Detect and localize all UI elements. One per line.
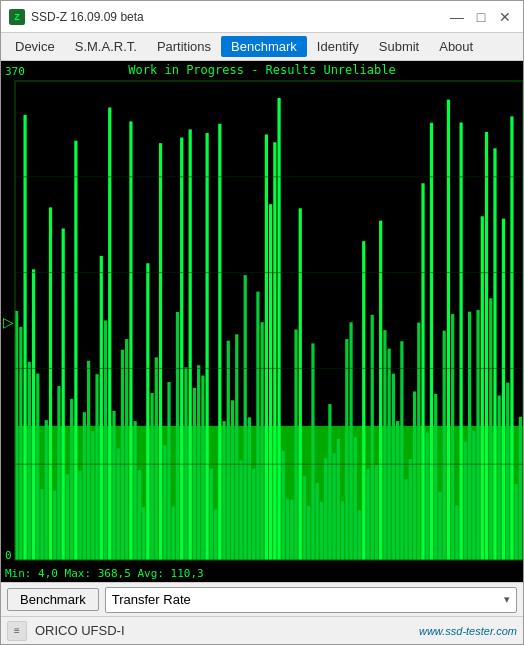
menu-bar: Device S.M.A.R.T. Partitions Benchmark I… <box>1 33 523 61</box>
menu-benchmark[interactable]: Benchmark <box>221 36 307 57</box>
chart-watermark: Work in Progress - Results Unreliable <box>1 63 523 77</box>
app-icon: Z <box>9 9 25 25</box>
dropdown-value: Transfer Rate <box>112 592 191 607</box>
minimize-button[interactable]: — <box>447 7 467 27</box>
benchmark-chart: 370 Work in Progress - Results Unreliabl… <box>1 61 523 582</box>
menu-about[interactable]: About <box>429 36 483 57</box>
chart-ymin-label: 0 <box>5 549 12 562</box>
menu-partitions[interactable]: Partitions <box>147 36 221 57</box>
close-button[interactable]: ✕ <box>495 7 515 27</box>
menu-smart[interactable]: S.M.A.R.T. <box>65 36 147 57</box>
benchmark-button[interactable]: Benchmark <box>7 588 99 611</box>
window-title: SSD-Z 16.09.09 beta <box>31 10 144 24</box>
menu-identify[interactable]: Identify <box>307 36 369 57</box>
maximize-button[interactable]: □ <box>471 7 491 27</box>
title-controls: — □ ✕ <box>447 7 515 27</box>
drive-icon: ≡ <box>7 621 27 641</box>
bottom-toolbar: Benchmark Transfer Rate ▾ <box>1 582 523 616</box>
menu-device[interactable]: Device <box>5 36 65 57</box>
status-bar: ≡ ORICO UFSD-I www.ssd-tester.com <box>1 616 523 644</box>
title-bar-left: Z SSD-Z 16.09.09 beta <box>9 9 144 25</box>
website-label: www.ssd-tester.com <box>419 625 517 637</box>
transfer-type-dropdown[interactable]: Transfer Rate ▾ <box>105 587 517 613</box>
drive-label: ORICO UFSD-I <box>35 623 411 638</box>
chevron-down-icon: ▾ <box>504 593 510 606</box>
chart-canvas <box>1 61 523 582</box>
play-icon: ▷ <box>3 314 14 330</box>
menu-submit[interactable]: Submit <box>369 36 429 57</box>
chart-stats: Min: 4,0 Max: 368,5 Avg: 110,3 <box>5 567 204 580</box>
main-window: Z SSD-Z 16.09.09 beta — □ ✕ Device S.M.A… <box>0 0 524 645</box>
title-bar: Z SSD-Z 16.09.09 beta — □ ✕ <box>1 1 523 33</box>
